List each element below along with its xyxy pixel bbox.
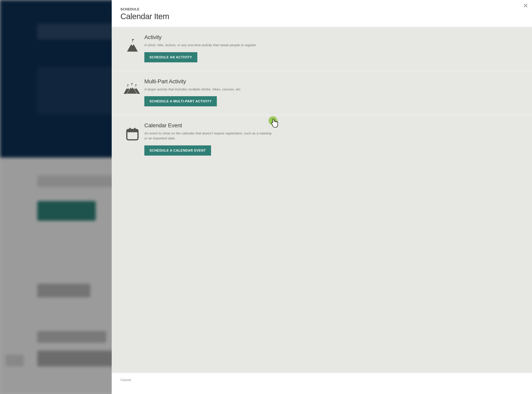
cancel-link[interactable]: Cancel (120, 378, 131, 382)
schedule-calendar-event-button[interactable]: SCHEDULE A CALENDAR EVENT (144, 145, 211, 156)
calendar-item-modal: SCHEDULE Calendar Item Activity A climb,… (112, 0, 532, 394)
svg-marker-5 (132, 39, 134, 41)
option-description: A climb, hike, lecture, or any one-time … (144, 43, 272, 48)
option-calendar-event: Calendar Event An event to show on the c… (112, 115, 532, 164)
option-description: A larger activity that includes multiple… (144, 87, 272, 92)
schedule-multi-part-activity-button[interactable]: SCHEDULE A MULTI-PART ACTIVITY (144, 96, 217, 106)
schedule-activity-button[interactable]: SCHEDULE AN ACTIVITY (144, 52, 197, 62)
close-button[interactable] (523, 3, 528, 8)
option-multi-part-activity: Multi-Part Activity A larger activity th… (112, 71, 532, 115)
option-list: Activity A climb, hike, lecture, or any … (112, 27, 532, 373)
mountains-flags-icon (120, 78, 144, 95)
modal-header: SCHEDULE Calendar Item (112, 0, 532, 27)
page-title: Calendar Item (120, 12, 523, 21)
breadcrumb: SCHEDULE (120, 8, 523, 11)
svg-marker-17 (132, 83, 133, 84)
mountain-flag-icon (120, 34, 144, 52)
calendar-icon (120, 122, 144, 141)
option-activity: Activity A climb, hike, lecture, or any … (112, 27, 532, 71)
svg-rect-19 (127, 130, 138, 132)
svg-marker-13 (136, 84, 137, 85)
option-title: Multi-Part Activity (144, 78, 272, 85)
svg-rect-21 (134, 128, 136, 131)
option-title: Calendar Event (144, 122, 272, 129)
modal-footer: Cancel (112, 373, 532, 394)
close-icon (524, 4, 528, 8)
svg-marker-9 (128, 84, 129, 85)
svg-rect-20 (129, 128, 131, 131)
option-title: Activity (144, 34, 272, 41)
option-description: An event to show on the calendar that do… (144, 131, 272, 141)
